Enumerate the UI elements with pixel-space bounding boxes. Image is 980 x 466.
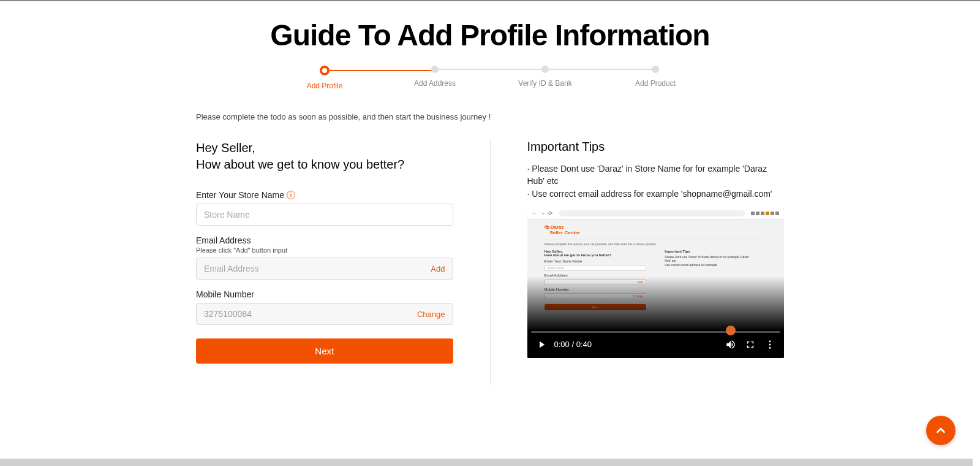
- step-label: Add Address: [414, 79, 456, 88]
- browser-back-icon: ←: [532, 210, 538, 216]
- greeting-line1: Hey Seller,: [196, 141, 255, 155]
- step-label: Add Product: [635, 79, 676, 88]
- browser-forward-icon: →: [540, 210, 546, 216]
- step-add-profile: Add Profile: [270, 66, 380, 90]
- tips-column: Important Tips · Please Dont use 'Daraz'…: [527, 140, 785, 385]
- greeting-line2: How about we get to know you better?: [196, 158, 404, 171]
- tip-item: · Use correct email address for example …: [527, 188, 785, 200]
- mobile-label: Mobile Number: [196, 289, 453, 299]
- step-label: Verify ID & Bank: [518, 79, 571, 88]
- chevron-up-icon: [934, 424, 948, 437]
- step-connector: [435, 69, 545, 70]
- step-dot-icon: [431, 66, 439, 73]
- fullscreen-icon[interactable]: [745, 339, 756, 350]
- email-label: Email Address: [196, 235, 453, 245]
- instruction-text: Please complete the todo as soon as poss…: [196, 112, 784, 121]
- volume-icon[interactable]: [725, 339, 736, 350]
- horizontal-scrollbar[interactable]: [0, 459, 973, 466]
- tips-list: · Please Dont use 'Daraz' in Store Name …: [527, 162, 785, 200]
- email-input-wrapper: Add: [196, 258, 453, 280]
- step-label: Add Profile: [307, 82, 343, 90]
- video-progress-bar[interactable]: [531, 331, 781, 333]
- step-dot-icon: [652, 66, 659, 73]
- tip-item: · Please Dont use 'Daraz' in Store Name …: [527, 162, 785, 188]
- more-icon[interactable]: [764, 339, 775, 350]
- video-preview-frame: ← → ⟳ 🛍 Daraz Seller Center Ple: [527, 208, 785, 331]
- browser-url-bar: [559, 210, 745, 216]
- change-mobile-button[interactable]: Change: [417, 310, 445, 319]
- mobile-input-wrapper: 3275100084 Change: [196, 303, 453, 325]
- svg-point-0: [769, 340, 771, 342]
- step-connector: [325, 70, 435, 71]
- step-connector: [545, 69, 655, 70]
- play-icon[interactable]: [536, 339, 547, 350]
- store-name-label: Enter Your Store Name i: [196, 190, 453, 200]
- profile-form-column: Hey Seller, How about we get to know you…: [196, 140, 453, 385]
- tips-title: Important Tips: [527, 140, 785, 154]
- progress-stepper: Add Profile Add Address Verify ID & Bank…: [196, 66, 784, 90]
- store-name-input[interactable]: [204, 210, 445, 220]
- svg-point-1: [769, 343, 771, 345]
- greeting-heading: Hey Seller, How about we get to know you…: [196, 140, 453, 173]
- video-controls: 0:00 / 0:40: [527, 331, 785, 358]
- add-email-button[interactable]: Add: [431, 264, 445, 273]
- email-input: [204, 264, 431, 273]
- scroll-to-top-button[interactable]: [926, 416, 956, 445]
- video-time: 0:00 / 0:40: [554, 340, 592, 349]
- mobile-value: 3275100084: [204, 309, 417, 319]
- store-name-input-wrapper: [196, 204, 453, 226]
- mini-logo: 🛍 Daraz Seller Center: [545, 224, 767, 235]
- email-hint: Please click "Add" button input: [196, 246, 453, 254]
- browser-extension-icons: [751, 212, 779, 215]
- info-icon[interactable]: i: [287, 191, 295, 199]
- next-button[interactable]: Next: [196, 338, 453, 364]
- page-title: Guide To Add Profile Information: [196, 18, 784, 52]
- step-dot-icon: [320, 66, 330, 75]
- tutorial-video[interactable]: ← → ⟳ 🛍 Daraz Seller Center Ple: [527, 208, 785, 358]
- step-add-address: Add Address: [380, 66, 490, 88]
- column-divider: [490, 140, 491, 385]
- browser-reload-icon: ⟳: [548, 210, 553, 216]
- svg-point-2: [769, 347, 771, 349]
- volume-slider-knob[interactable]: [726, 326, 736, 335]
- step-dot-icon: [541, 66, 549, 73]
